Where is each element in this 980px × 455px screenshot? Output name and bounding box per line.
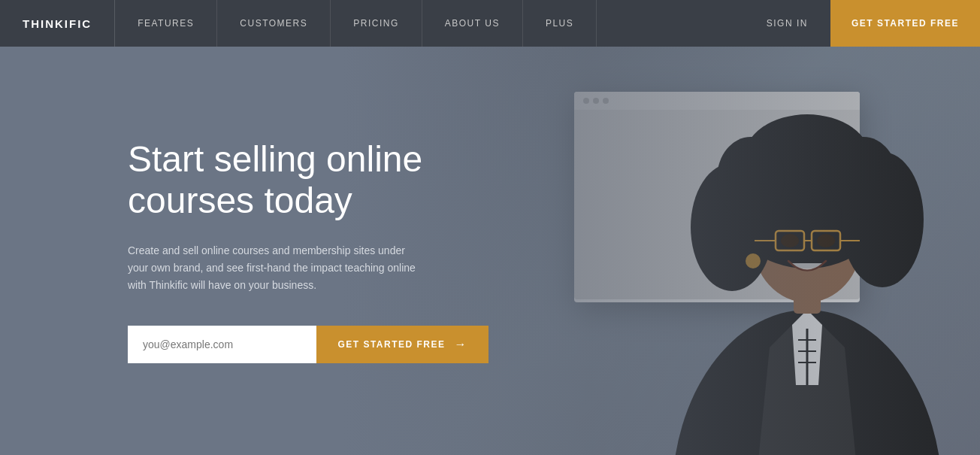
navbar: THINKIFIC FEATURES CUSTOMERS PRICING ABO… [0,0,980,47]
nav-link-customers[interactable]: CUSTOMERS [217,0,331,47]
hero-content: Start selling online courses today Creat… [0,47,496,455]
nav-link-plus[interactable]: PLUS [523,0,597,47]
signin-link[interactable]: SIGN IN [744,18,830,29]
logo[interactable]: THINKIFIC [0,0,115,47]
hero-form: GET STARTED FREE → [128,326,488,363]
nav-link-features[interactable]: FEATURES [115,0,217,47]
nav-right: SIGN IN GET STARTED FREE [744,0,980,47]
nav-link-about[interactable]: ABOUT US [422,0,523,47]
get-started-button[interactable]: GET STARTED FREE → [316,326,488,363]
email-input[interactable] [128,326,316,363]
get-started-label: GET STARTED FREE [337,339,445,350]
nav-cta-button[interactable]: GET STARTED FREE [830,0,980,47]
hero-subtitle: Create and sell online courses and membe… [128,242,421,294]
nav-links: FEATURES CUSTOMERS PRICING ABOUT US PLUS [115,0,744,47]
hero-section: Start selling online courses today Creat… [0,47,980,455]
arrow-icon: → [455,338,468,351]
hero-title: Start selling online courses today [128,138,488,221]
nav-link-pricing[interactable]: PRICING [331,0,422,47]
